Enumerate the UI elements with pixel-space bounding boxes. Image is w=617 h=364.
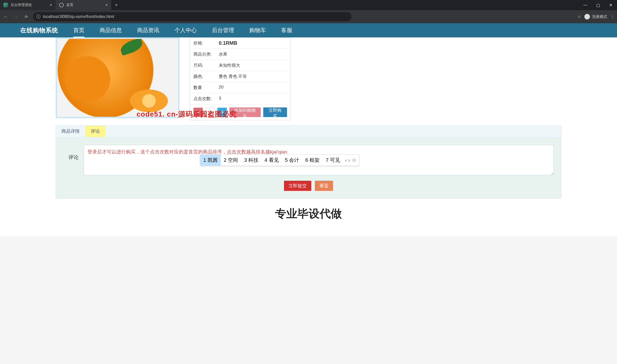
category-value: 水果 [219,51,227,57]
close-window-button[interactable]: ✕ [604,0,617,10]
tab-title: 后台管理系统 [11,3,32,7]
category-label: 商品分类: [193,51,219,57]
site-brand: 在线购物系统 [20,26,58,34]
close-icon[interactable]: × [50,3,52,7]
nav-products[interactable]: 商品信息 [100,27,122,34]
menu-icon[interactable]: ⋮ [611,14,614,19]
forward-button[interactable]: → [13,13,19,20]
reload-button[interactable]: ⟳ [23,13,29,20]
ime-candidate[interactable]: 1 凯茜 [200,155,221,166]
nav-profile[interactable]: 个人中心 [174,27,197,34]
product-info-panel: 价格:0.1RMB 商品分类:水果 尺码:未知性很大 颜色:黄色 青色 不等 数… [190,37,291,120]
new-tab-button[interactable]: + [111,2,121,8]
nav-service[interactable]: 客服 [281,27,292,34]
ime-emoji-icon[interactable]: ☺ [351,157,357,163]
ime-candidate-bar[interactable]: 1 凯茜 2 空间 3 科技 4 看见 5 会计 6 框架 7 可见 ‹ › ☺ [200,154,359,166]
url-text: localhost:8080/sp-ssmv/front/index.html [43,14,114,19]
ime-candidate[interactable]: 7 可见 [323,155,343,166]
star-icon[interactable]: ☆ [578,14,581,19]
info-icon: ⓘ [36,14,40,19]
qty-label: 数量 [193,85,219,90]
price-label: 价格: [193,40,219,46]
ime-prev-icon[interactable]: ‹ [345,157,347,163]
close-icon[interactable]: × [105,3,108,7]
color-value: 黄色 青色 不等 [219,74,247,79]
price-value: 0.1RMB [219,40,237,46]
clicks-value: 3 [219,96,221,102]
minimize-button[interactable]: — [579,0,592,10]
buy-now-button[interactable]: 立即购买 [263,107,287,117]
bottom-banner: 专业毕设代做 [0,201,617,226]
maximize-button[interactable]: ▢ [592,0,604,10]
top-nav: 在线购物系统 首页 商品信息 商品资讯 个人中心 后台管理 购物车 客服 [0,23,617,37]
nav-cart[interactable]: 购物车 [249,27,266,34]
favicon-icon [4,3,8,7]
size-value: 未知性很大 [219,62,240,68]
ime-next-icon[interactable]: › [348,157,350,163]
comment-label: 评论 [63,145,79,161]
detail-panel: 商品详情 评论 评论 1 凯茜 2 空间 3 科技 4 看见 5 会计 6 [56,125,561,199]
qty-value: 20 [219,85,224,90]
submit-button[interactable]: 立即提交 [284,181,311,191]
address-bar[interactable]: ⓘ localhost:8080/sp-ssmv/front/index.htm… [33,12,351,21]
tab-title: 首页 [66,3,73,7]
nav-home[interactable]: 首页 [73,27,84,34]
watermark-overlay: code51. cn-源码乐园盗图必究 [137,109,237,119]
color-label: 颜色: [193,74,219,79]
ime-candidate[interactable]: 4 看见 [261,155,282,166]
ime-candidate[interactable]: 3 科技 [241,155,261,166]
incognito-icon [584,14,590,19]
size-label: 尺码: [193,62,219,68]
tab-detail[interactable]: 商品详情 [56,126,85,137]
browser-tab-1[interactable]: 首页 × [56,0,111,10]
incognito-indicator: 无痕模式 [584,14,607,19]
ime-candidate[interactable]: 6 框架 [302,155,323,166]
ime-candidate[interactable]: 2 空间 [221,155,241,166]
nav-news[interactable]: 商品资讯 [137,27,159,34]
product-image [56,37,180,118]
globe-icon [59,3,64,7]
reset-button[interactable]: 重置 [315,181,333,191]
clicks-label: 点击次数: [193,96,219,102]
back-button[interactable]: ← [3,13,9,20]
browser-tab-0[interactable]: 后台管理系统 × [0,0,56,10]
tab-comment[interactable]: 评论 [85,126,105,137]
ime-candidate[interactable]: 5 会计 [282,155,302,166]
nav-admin[interactable]: 后台管理 [212,27,234,34]
